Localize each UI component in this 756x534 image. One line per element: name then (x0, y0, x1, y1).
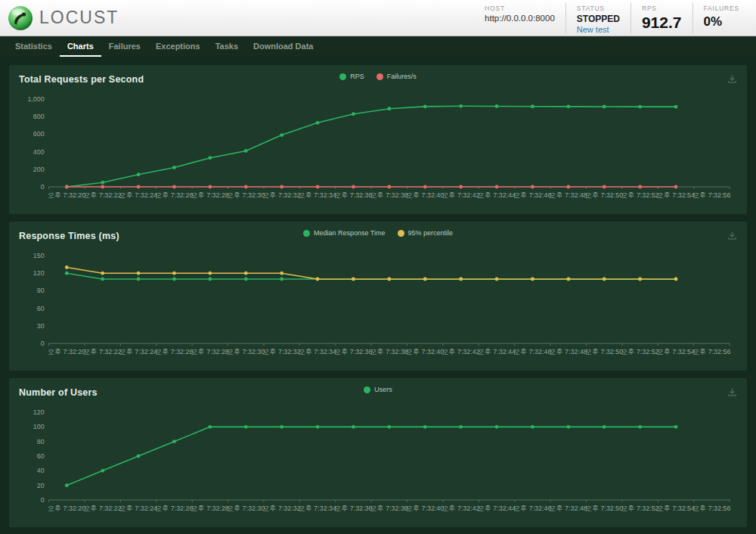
stat-failures-label: FAILURES (704, 5, 740, 12)
svg-text:1,000: 1,000 (27, 95, 44, 103)
chart-legend-users: Users (19, 386, 737, 393)
header-stats: HOST http://0.0.0.0:8000 STATUS STOPPED … (474, 3, 750, 33)
legend-item[interactable]: Failures/s (376, 73, 417, 80)
svg-text:오후 7:32:46: 오후 7:32:46 (513, 505, 551, 512)
svg-text:오후 7:32:22: 오후 7:32:22 (84, 348, 122, 355)
svg-text:60: 60 (37, 452, 45, 460)
svg-text:오후 7:32:50: 오후 7:32:50 (585, 348, 623, 355)
locust-logo: LOCUST (8, 5, 119, 31)
svg-text:80: 80 (37, 438, 45, 446)
svg-text:오후 7:32:32: 오후 7:32:32 (263, 348, 301, 355)
chart-panel-users: Number of Users Users 020406080100120오후 … (9, 378, 747, 527)
legend-item[interactable]: Median Response Time (303, 229, 386, 237)
svg-text:600: 600 (33, 130, 45, 138)
svg-text:오후 7:32:42: 오후 7:32:42 (442, 191, 480, 199)
svg-text:0: 0 (41, 183, 45, 191)
svg-text:오후 7:32:34: 오후 7:32:34 (299, 348, 336, 355)
legend-item[interactable]: RPS (339, 73, 364, 80)
legend-label: Users (374, 386, 392, 393)
stat-status-value: STOPPED (577, 14, 620, 24)
legend-item[interactable]: 95% percentile (398, 229, 454, 237)
svg-text:오후 7:32:20: 오후 7:32:20 (48, 348, 85, 355)
legend-label: 95% percentile (408, 229, 454, 237)
svg-text:오후 7:32:30: 오후 7:32:30 (227, 191, 265, 199)
svg-text:120: 120 (33, 269, 45, 277)
chart-panel-response-times: Response Times (ms) Median Response Time… (9, 222, 747, 371)
svg-text:오후 7:32:56: 오후 7:32:56 (692, 505, 730, 512)
stat-status-label: STATUS (577, 5, 620, 12)
legend-label: Failures/s (387, 73, 417, 80)
svg-text:오후 7:32:38: 오후 7:32:38 (370, 191, 408, 199)
svg-text:오후 7:32:40: 오후 7:32:40 (406, 505, 444, 512)
chart-plot-total-rps: 02004006008001,000오후 7:32:20오후 7:32:22오후… (19, 90, 737, 205)
svg-text:오후 7:32:36: 오후 7:32:36 (334, 348, 372, 355)
svg-text:90: 90 (37, 287, 45, 294)
svg-text:오후 7:32:32: 오후 7:32:32 (263, 505, 301, 512)
svg-text:오후 7:32:24: 오후 7:32:24 (119, 191, 157, 199)
chart-plot-users: 020406080100120오후 7:32:20오후 7:32:22오후 7:… (19, 403, 737, 518)
svg-text:200: 200 (33, 166, 45, 173)
stat-host-label: HOST (485, 5, 555, 12)
svg-text:60: 60 (37, 305, 45, 312)
download-icon[interactable] (727, 73, 737, 87)
svg-text:오후 7:32:56: 오후 7:32:56 (692, 348, 730, 355)
svg-text:오후 7:32:44: 오후 7:32:44 (478, 191, 516, 199)
svg-text:오후 7:32:36: 오후 7:32:36 (334, 505, 372, 512)
download-icon[interactable] (727, 387, 737, 400)
svg-text:오후 7:32:52: 오후 7:32:52 (621, 348, 659, 355)
svg-text:400: 400 (33, 148, 45, 156)
svg-text:오후 7:32:44: 오후 7:32:44 (478, 348, 516, 355)
legend-item[interactable]: Users (364, 386, 392, 393)
svg-text:오후 7:32:38: 오후 7:32:38 (370, 348, 408, 355)
legend-dot-icon (398, 230, 404, 237)
svg-text:오후 7:32:20: 오후 7:32:20 (48, 505, 85, 512)
svg-text:오후 7:32:56: 오후 7:32:56 (692, 191, 730, 199)
svg-text:오후 7:32:32: 오후 7:32:32 (263, 191, 301, 199)
svg-text:오후 7:32:22: 오후 7:32:22 (84, 505, 122, 512)
svg-text:30: 30 (37, 322, 45, 330)
svg-text:오후 7:32:26: 오후 7:32:26 (156, 191, 194, 199)
tab-charts[interactable]: Charts (60, 36, 101, 57)
svg-text:오후 7:32:28: 오후 7:32:28 (191, 505, 229, 512)
svg-text:150: 150 (33, 252, 45, 259)
svg-text:오후 7:32:52: 오후 7:32:52 (621, 505, 659, 512)
tab-statistics[interactable]: Statistics (8, 36, 60, 57)
svg-text:오후 7:32:26: 오후 7:32:26 (156, 505, 194, 512)
tab-download-data[interactable]: Download Data (246, 36, 321, 57)
svg-text:오후 7:32:26: 오후 7:32:26 (156, 348, 194, 355)
legend-label: RPS (350, 73, 364, 80)
svg-text:120: 120 (33, 408, 45, 416)
svg-text:오후 7:32:30: 오후 7:32:30 (227, 505, 265, 512)
svg-text:오후 7:32:34: 오후 7:32:34 (299, 505, 336, 512)
chart-plot-response-times: 0306090120150오후 7:32:20오후 7:32:22오후 7:32… (19, 247, 737, 362)
svg-text:오후 7:32:54: 오후 7:32:54 (657, 191, 695, 199)
svg-text:오후 7:32:46: 오후 7:32:46 (513, 348, 551, 355)
stat-rps: RPS 912.7 (631, 3, 692, 33)
svg-text:오후 7:32:50: 오후 7:32:50 (585, 191, 623, 199)
chart-legend-response-times: Median Response Time95% percentile (19, 229, 737, 237)
legend-dot-icon (339, 73, 346, 80)
legend-label: Median Response Time (314, 229, 386, 237)
stat-rps-label: RPS (642, 5, 682, 12)
svg-text:오후 7:32:44: 오후 7:32:44 (478, 505, 516, 512)
chart-title-response-times: Response Times (ms) (19, 231, 119, 241)
svg-text:오후 7:32:36: 오후 7:32:36 (334, 191, 372, 199)
tab-tasks[interactable]: Tasks (208, 36, 246, 57)
svg-text:오후 7:32:52: 오후 7:32:52 (621, 191, 659, 199)
svg-text:오후 7:32:40: 오후 7:32:40 (406, 191, 444, 199)
stat-host: HOST http://0.0.0.0:8000 (474, 3, 565, 33)
chart-title-total-rps: Total Requests per Second (19, 74, 144, 85)
stat-failures-value: 0% (704, 14, 740, 29)
tab-exceptions[interactable]: Exceptions (148, 36, 208, 57)
svg-text:오후 7:32:42: 오후 7:32:42 (442, 505, 480, 512)
svg-text:800: 800 (33, 113, 45, 120)
svg-text:오후 7:32:40: 오후 7:32:40 (406, 348, 444, 355)
stat-rps-value: 912.7 (642, 14, 682, 30)
new-test-link[interactable]: New test (577, 25, 620, 34)
svg-text:오후 7:32:48: 오후 7:32:48 (550, 191, 587, 199)
tab-failures[interactable]: Failures (101, 36, 148, 57)
legend-dot-icon (303, 230, 310, 237)
svg-text:오후 7:32:20: 오후 7:32:20 (48, 191, 85, 199)
locust-logo-icon (8, 5, 33, 31)
download-icon[interactable] (727, 230, 737, 244)
